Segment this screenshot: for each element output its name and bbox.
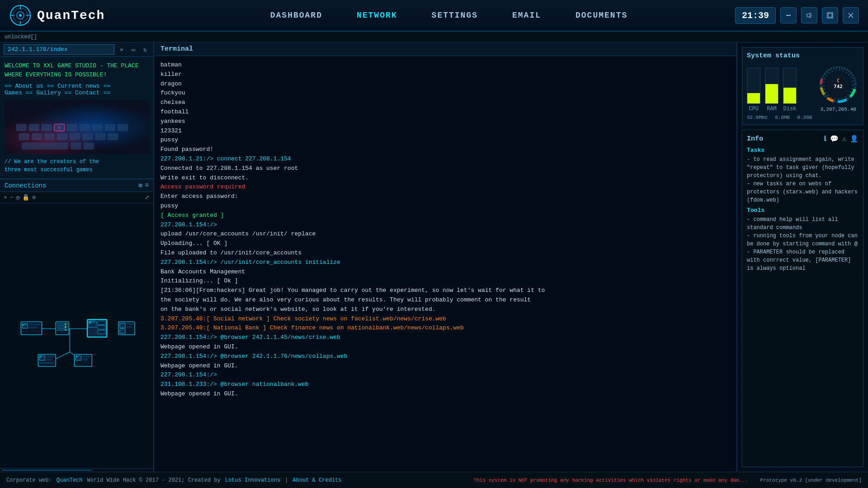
corporate-link[interactable]: QuanTech [57, 477, 83, 483]
terminal-line: 3.207.205.40:[ Social network ] Check so… [160, 314, 730, 324]
svg-rect-32 [57, 133, 67, 140]
toolbar-lock[interactable]: 🔒 [22, 194, 29, 201]
svg-rect-31 [44, 133, 55, 140]
info-icon-chat[interactable]: 💬 [830, 135, 839, 143]
ram-fill [765, 84, 778, 103]
terminal-line: Write exit to disconnect. [160, 174, 730, 183]
toolbar-plus[interactable]: + [4, 194, 7, 201]
version-text: Prototype v0.2 [under development] [760, 478, 862, 483]
svg-rect-69 [120, 323, 125, 328]
svg-rect-33 [70, 133, 80, 140]
toolbar-crosshair[interactable]: ◎ [16, 194, 20, 201]
svg-rect-34 [82, 133, 93, 140]
info-title: Info ℹ 💬 ⚠ 👤 [747, 135, 859, 143]
terminal-line: 227.208.1.154:/> [160, 371, 730, 380]
svg-text:742: 742 [834, 84, 843, 89]
gauge-svg: C 742 [818, 64, 859, 105]
svg-rect-21 [29, 124, 39, 131]
about-link[interactable]: About & Credits [292, 477, 341, 483]
info-tools-text: - command help will list all standard co… [747, 216, 859, 272]
toolbar-connect[interactable]: ⊙ [32, 194, 36, 201]
browser-footer: // We are the creators of the three most… [5, 158, 149, 174]
connections-grid-icon[interactable]: ⊞ [138, 182, 142, 189]
svg-rect-70 [127, 323, 133, 325]
svg-rect-19 [5, 100, 149, 154]
header: QuanTech DASHBOARD NETWORK SETTINGS EMAI… [0, 0, 868, 32]
corporate-label: Corporate web: [6, 477, 52, 483]
settings-button[interactable] [822, 7, 838, 23]
nav-documents[interactable]: DOCUMENTS [572, 9, 631, 22]
ram-metric: RAM [765, 68, 778, 112]
nav-network[interactable]: NETWORK [353, 9, 401, 22]
svg-rect-52 [29, 326, 38, 328]
terminal-line: pussy [160, 202, 730, 211]
terminal-line: [21:36:06][From:hackers] Great job! You … [160, 286, 730, 296]
info-panel: Info ℹ 💬 ⚠ 👤 Tasks - to read assignment … [742, 130, 863, 467]
logo-text: QuanTech [37, 9, 105, 23]
svg-point-58 [65, 326, 66, 328]
browser-refresh-btn[interactable]: ↻ [141, 45, 150, 54]
bottom-bar-left: Corporate web: QuanTech World Wide Hack … [6, 477, 474, 483]
svg-text:C: C [837, 78, 840, 83]
svg-rect-39 [84, 142, 94, 149]
svg-rect-17 [5, 100, 149, 154]
svg-rect-27 [105, 124, 115, 131]
system-status: System status CPU RAM [742, 47, 863, 125]
ram-value: 6.0MB [775, 115, 790, 120]
terminal-body[interactable]: batmankillerdragonfuckyouchelseafootball… [154, 56, 736, 472]
info-tasks-title: Tasks [747, 147, 859, 154]
info-icon-alert[interactable]: ⚠ [842, 135, 846, 143]
disk-label: Disk [783, 106, 797, 112]
svg-rect-22 [42, 124, 52, 131]
logo-area: QuanTech [9, 4, 163, 27]
svg-rect-18 [5, 100, 149, 154]
connections-svg [0, 203, 153, 468]
svg-rect-8 [786, 15, 791, 16]
svg-rect-76 [47, 356, 54, 357]
browser-url[interactable]: 242.1.1.170/index [4, 44, 114, 55]
logo-icon [9, 4, 32, 27]
svg-rect-30 [32, 133, 42, 140]
info-icon-info[interactable]: ℹ [824, 135, 826, 143]
terminal-title: Terminal [160, 45, 193, 53]
svg-rect-36 [108, 133, 118, 140]
browser-close-btn[interactable]: ✕ [117, 45, 126, 54]
terminal-line: Access password required [160, 183, 730, 192]
info-icons: ℹ 💬 ⚠ 👤 [824, 135, 859, 143]
nav-dashboard[interactable]: DASHBOARD [267, 9, 326, 22]
lotus-link[interactable]: Lotus Innovations [225, 477, 280, 483]
terminal-line: dragon [160, 80, 730, 89]
volume-button[interactable] [801, 7, 817, 23]
right-panel: System status CPU RAM [737, 42, 868, 472]
close-button[interactable] [843, 7, 859, 23]
left-panel: 242.1.1.170/index ✕ ▭ ↻ WELCOME TO XXL G… [0, 42, 154, 472]
terminal-line: 3.207.205.40:[ National Bank ] Check fin… [160, 324, 730, 333]
disk-value: 0.2GB [797, 115, 812, 120]
svg-rect-37 [22, 142, 68, 149]
svg-rect-77 [47, 358, 52, 360]
nav-settings[interactable]: SETTINGS [428, 9, 481, 22]
warning-text: This system is NOT promoting any hacking… [474, 478, 748, 483]
disk-metric: Disk [783, 68, 797, 112]
svg-rect-83 [83, 358, 88, 360]
connections-title: Connections [5, 182, 46, 189]
cpu-fill [747, 93, 760, 103]
svg-rect-65 [98, 321, 105, 324]
metrics-row: CPU RAM Disk [747, 64, 859, 112]
toolbar-minus[interactable]: − [10, 194, 14, 201]
terminal-line: Initializing... [ Ok ] [160, 277, 730, 286]
info-icon-user[interactable]: 👤 [850, 135, 859, 143]
svg-rect-64 [89, 324, 96, 326]
connections-list-icon[interactable]: ≡ [145, 182, 149, 189]
minimize-button[interactable] [780, 7, 797, 23]
browser-minimize-btn[interactable]: ▭ [129, 45, 138, 54]
main-content: 242.1.1.170/index ✕ ▭ ↻ WELCOME TO XXL G… [0, 42, 868, 472]
connections-header: Connections ⊞ ≡ [0, 179, 153, 192]
browser-nav-links: == About us == Current news == Games == … [5, 83, 149, 96]
nav-email[interactable]: EMAIL [509, 9, 545, 22]
svg-point-41 [58, 127, 61, 129]
connections-expand-btn[interactable]: ⤢ [145, 194, 150, 201]
svg-rect-51 [29, 324, 41, 325]
disk-fill [783, 88, 796, 103]
svg-rect-24 [67, 124, 77, 131]
